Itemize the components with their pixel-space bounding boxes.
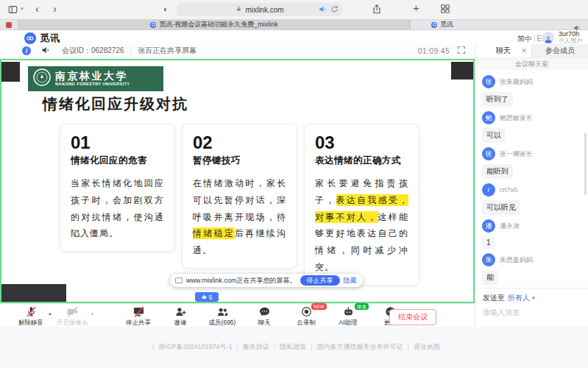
slide-card: 01 情绪化回应的危害 当家长情绪化地回应孩子时，会加剧双方的对抗情绪，使沟通陷…	[60, 124, 175, 252]
reaction-badge: 5	[195, 292, 219, 302]
new-tab-button[interactable]: +	[413, 1, 419, 14]
back-button[interactable]: ‹	[35, 3, 39, 14]
chat-input-area: 发送至 所有人 ▼	[475, 288, 588, 327]
stop-share-button[interactable]: 停止共享	[300, 275, 340, 286]
share-icon[interactable]	[372, 4, 382, 18]
invite-button[interactable]: 邀请	[166, 305, 195, 328]
university-name-en: NANJING FORESTRY UNIVERSITY	[55, 82, 130, 87]
shared-screen-stage: 南京林业大学 NANJING FORESTRY UNIVERSITY 情绪化回应…	[0, 59, 475, 303]
close-chat-icon[interactable]: ✕	[521, 47, 527, 54]
card-body: 在情绪激动时，家长可以先暂停对话，深呼吸并离开现场，待情绪稳定后再继续沟通。	[193, 175, 286, 259]
camera-button[interactable]: 开启摄像头	[57, 305, 88, 328]
sender-name: 张一卿家长	[500, 149, 533, 159]
send-to-selector[interactable]: 所有人 ▼	[508, 293, 536, 303]
pinned-tab-favicon	[6, 22, 12, 28]
thumbs-up-icon	[201, 294, 207, 301]
reload-icon[interactable]	[330, 5, 339, 15]
camera-options-caret[interactable]: ▲	[90, 311, 94, 316]
meeting-id-value: 06282726	[91, 46, 124, 54]
ai-badge: 限免	[355, 303, 369, 310]
footer-link[interactable]: 服务协议	[243, 343, 269, 350]
sender-name: 张朱颖妈妈	[500, 77, 533, 87]
lock-icon	[235, 5, 242, 14]
presenter-screen-artifact	[1, 62, 20, 82]
sharing-status: 张百正在共享屏幕	[138, 46, 196, 56]
screen-share-icon	[132, 305, 145, 318]
info-icon[interactable]: i	[22, 46, 31, 55]
mic-options-caret[interactable]: ▲	[48, 311, 52, 316]
record-icon	[300, 305, 313, 318]
footer-separator: |	[408, 343, 409, 350]
card-number: 01	[71, 133, 164, 152]
footer-link[interactable]: 国内多方通信服务业务许可证	[317, 343, 403, 350]
message-bubble: 能听到	[482, 164, 513, 179]
brand-name: 觅讯	[40, 32, 60, 45]
chat-scrollbar[interactable]	[584, 132, 587, 195]
ai-assistant-button[interactable]: 限免 AI助理	[333, 305, 363, 328]
tab-audio-icon[interactable]	[319, 5, 327, 15]
footer-link[interactable]: 隐私政策	[280, 343, 306, 350]
hide-share-button[interactable]: 隐藏	[344, 276, 357, 286]
message-input[interactable]	[483, 308, 581, 316]
sender-name: 鲍思敏家长	[500, 113, 533, 123]
send-to-value: 所有人	[508, 293, 530, 303]
secondary-tab[interactable]: 觅讯	[411, 20, 588, 29]
footer-separator: |	[152, 343, 154, 350]
fullscreen-icon[interactable]	[457, 44, 466, 57]
forward-button[interactable]: ›	[53, 3, 57, 14]
active-tab[interactable]: 觅讯-视频会议基础功能永久免费_mixlink	[18, 20, 411, 29]
screen: ▾ ‹ › ◐ mixlink.com +	[0, 0, 588, 368]
mute-button[interactable]: 解除静音	[16, 305, 46, 328]
avatar: 张	[482, 147, 495, 160]
record-badge: NEW	[311, 303, 327, 310]
privacy-shield-icon[interactable]: ◐	[163, 4, 169, 13]
user-avatar[interactable]	[542, 32, 554, 43]
speaker-icon[interactable]	[41, 44, 50, 57]
message-bubble: 可以	[482, 128, 506, 143]
tab-title: 觅讯-视频会议基础功能永久免费_mixlink	[159, 20, 278, 29]
share-notification: www.mixlink.com正在共享您的屏幕。 停止共享 隐藏	[170, 274, 363, 287]
footer-link[interactable]: 浙ICP备2024101974号-1	[158, 343, 232, 350]
card-body: 家长要避免指责孩子，表达自我感受，对事不对人，这样能够更好地表达自己的情绪，同时…	[315, 175, 408, 276]
chat-message: 潘 潘永涛 1	[482, 219, 581, 249]
share-source-text: www.mixlink.com正在共享您的屏幕。	[186, 276, 297, 286]
chat-message-list: 张 张朱颖妈妈 听到了 鲍 鲍思敏家长 可以 张 张	[475, 70, 588, 288]
user-role: 个人用户	[559, 38, 582, 44]
reaction-count: 5	[208, 294, 212, 301]
slide-card: 03 表达情绪的正确方式 家长要避免指责孩子，表达自我感受，对事不对人，这样能够…	[304, 124, 419, 286]
chat-button[interactable]: 聊天	[249, 305, 279, 328]
brand-logo-icon	[24, 32, 36, 44]
message-bubble: 可以听见	[482, 200, 520, 215]
members-tab-label: 参会成员	[545, 46, 575, 56]
avatar: 鲍	[482, 111, 495, 124]
tab-chat[interactable]: 聊天 ✕	[475, 44, 531, 57]
ai-icon	[342, 305, 355, 318]
sidebar-toggle-icon[interactable]	[7, 4, 18, 18]
card-number: 02	[193, 133, 286, 152]
chat-message: 张 张一卿家长 能听到	[482, 147, 581, 179]
pinned-tab[interactable]	[0, 20, 18, 29]
address-bar[interactable]: mixlink.com	[177, 3, 343, 16]
meeting-id-label: 会议ID：	[62, 46, 91, 54]
chevron-down-icon[interactable]: ▾	[21, 6, 24, 12]
lang-separator: |	[534, 35, 536, 43]
end-meeting-button[interactable]: 结束会议	[389, 309, 436, 325]
lang-cn[interactable]: 简中	[517, 35, 532, 43]
members-button[interactable]: 成员(695)	[208, 305, 237, 328]
mic-muted-icon	[25, 305, 38, 318]
user-name: 3ur70h	[559, 31, 582, 38]
footer-link[interactable]: 营业执照	[414, 343, 440, 350]
presenter-screen-artifact	[1, 284, 66, 302]
record-button[interactable]: NEW 云录制	[291, 305, 321, 328]
university-banner: 南京林业大学 NANJING FORESTRY UNIVERSITY	[28, 66, 163, 91]
stop-share-toolbar-button[interactable]: 停止共享	[124, 305, 153, 328]
user-info[interactable]: 3ur70h 个人用户	[559, 31, 582, 44]
app-logo[interactable]: 觅讯	[24, 32, 60, 45]
chat-tab-label: 聊天	[496, 46, 511, 56]
university-name-cn: 南京林业大学	[55, 71, 130, 82]
tab-overview-icon[interactable]	[440, 4, 450, 17]
tab-title: 觅讯	[440, 20, 453, 29]
tab-members[interactable]: 参会成员	[531, 44, 588, 57]
page-footer: |浙ICP备2024101974号-1|服务协议|隐私政策|国内多方通信服务业务…	[0, 327, 588, 368]
tab-strip: 觅讯-视频会议基础功能永久免费_mixlink 觅讯	[0, 20, 588, 30]
